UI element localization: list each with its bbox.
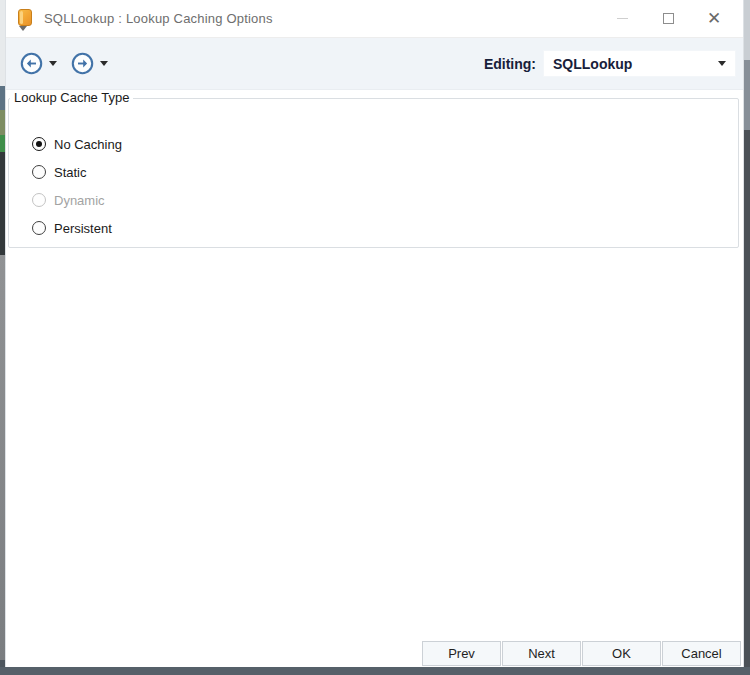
circle-arrow-left-icon bbox=[20, 52, 43, 75]
close-button[interactable]: ✕ bbox=[691, 0, 737, 38]
forward-button[interactable] bbox=[70, 52, 94, 76]
editing-combobox-value: SQLLookup bbox=[553, 56, 718, 72]
forward-dropdown-button[interactable] bbox=[97, 54, 111, 74]
editing-label: Editing: bbox=[484, 56, 536, 72]
circle-arrow-right-icon bbox=[71, 52, 94, 75]
radio-persistent[interactable]: Persistent bbox=[32, 214, 122, 242]
dialog-content: Lookup Cache Type No Caching Static Dyna… bbox=[6, 90, 743, 667]
groupbox-label: Lookup Cache Type bbox=[10, 90, 133, 105]
radio-button-icon bbox=[32, 221, 46, 235]
minimize-button[interactable] bbox=[599, 0, 645, 38]
title-bar[interactable]: SQLLookup : Lookup Caching Options ✕ bbox=[6, 0, 743, 38]
next-button[interactable]: Next bbox=[502, 641, 581, 666]
sql-lookup-stage-icon bbox=[15, 7, 35, 31]
radio-label: Static bbox=[54, 165, 87, 180]
radio-dynamic: Dynamic bbox=[32, 186, 122, 214]
desktop-background-right bbox=[744, 0, 750, 675]
maximize-button[interactable] bbox=[645, 0, 691, 38]
close-icon: ✕ bbox=[707, 10, 721, 27]
back-dropdown-button[interactable] bbox=[46, 54, 60, 74]
maximize-icon bbox=[663, 13, 674, 24]
radio-label: Dynamic bbox=[54, 193, 105, 208]
back-button[interactable] bbox=[19, 52, 43, 76]
cancel-button[interactable]: Cancel bbox=[662, 641, 741, 666]
radio-static[interactable]: Static bbox=[32, 158, 122, 186]
radio-no-caching[interactable]: No Caching bbox=[32, 130, 122, 158]
editing-target-combobox[interactable]: SQLLookup bbox=[543, 50, 736, 77]
minimize-icon bbox=[617, 18, 628, 19]
footer-button-row: Prev Next OK Cancel bbox=[422, 641, 741, 666]
cache-type-radio-group: No Caching Static Dynamic Persistent bbox=[32, 130, 122, 242]
radio-button-icon bbox=[32, 193, 46, 207]
chevron-down-icon bbox=[100, 61, 108, 66]
lookup-caching-options-dialog: SQLLookup : Lookup Caching Options ✕ bbox=[5, 0, 744, 667]
radio-button-icon bbox=[32, 137, 46, 151]
radio-button-icon bbox=[32, 165, 46, 179]
ok-button[interactable]: OK bbox=[582, 641, 661, 666]
navigation-toolbar: Editing: SQLLookup bbox=[6, 38, 743, 90]
screenshot-stage: SQLLookup : Lookup Caching Options ✕ bbox=[0, 0, 750, 675]
prev-button[interactable]: Prev bbox=[422, 641, 501, 666]
lookup-cache-type-groupbox: Lookup Cache Type No Caching Static Dyna… bbox=[8, 98, 739, 248]
radio-label: No Caching bbox=[54, 137, 122, 152]
desktop-background-bottom bbox=[0, 667, 750, 675]
chevron-down-icon bbox=[49, 61, 57, 66]
radio-label: Persistent bbox=[54, 221, 112, 236]
chevron-down-icon bbox=[718, 61, 726, 66]
window-title: SQLLookup : Lookup Caching Options bbox=[44, 11, 273, 26]
